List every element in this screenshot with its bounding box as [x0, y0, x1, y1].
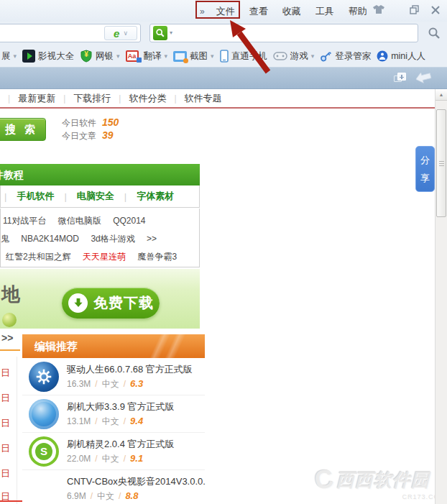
nav-download-ranking[interactable]: 下载排行: [73, 92, 111, 105]
browser-window: » 文件 查看 收藏 工具 帮助 e ∨: [0, 0, 447, 504]
chevron-down-icon[interactable]: ▾: [170, 29, 172, 36]
tab-separator: |: [124, 191, 126, 202]
software-info: 22.0M/中文/9.1: [67, 453, 143, 465]
scrollbar[interactable]: ▲: [435, 89, 447, 504]
link-item[interactable]: 红警2共和国之辉: [6, 252, 71, 262]
software-info: 16.3M/中文/6.3: [67, 378, 143, 390]
engine-e-icon: e: [114, 28, 119, 39]
tab-mobile-software[interactable]: 手机软件: [17, 190, 54, 203]
link-item-hot[interactable]: 天天星连萌: [83, 252, 126, 262]
software-item[interactable]: 驱动人生66.0.7.68 官方正式版 16.3M/中文/6.3: [22, 358, 205, 395]
annotation-arrow: [212, 14, 280, 79]
renren-icon: [377, 50, 388, 62]
nav-software-category[interactable]: 软件分类: [129, 92, 166, 105]
watermark-domain: CR173.COM: [315, 493, 446, 500]
window-controls: [372, 4, 440, 17]
link-item[interactable]: QQ2014: [113, 216, 145, 226]
key-icon: [320, 50, 332, 63]
tutorial-title: 教程: [4, 169, 24, 180]
chevron-down-icon: ▾: [116, 52, 120, 60]
driver-genius-icon: [29, 362, 59, 392]
orange-underline: [0, 349, 20, 351]
stat-value: 150: [102, 116, 119, 128]
toolbar-screenshot-button[interactable]: 截图 ▾: [173, 50, 214, 63]
link-item[interactable]: 微信电脑版: [58, 216, 101, 226]
address-field[interactable]: e ∨: [0, 24, 141, 42]
tab-pc-security[interactable]: 电脑安全: [77, 190, 114, 203]
free-download-button[interactable]: 免费下载: [62, 288, 160, 319]
toolbar-video-button[interactable]: 影视大全: [22, 50, 74, 63]
software-item[interactable]: 刷机大师3.3.9 官方正式版 13.1M/中文/9.4: [22, 395, 205, 433]
flash-master-icon: [29, 399, 59, 429]
search-go-button[interactable]: [425, 24, 443, 42]
restore-tab-icon[interactable]: [415, 70, 433, 88]
link-item[interactable]: NBA2K14MOD: [21, 234, 79, 244]
menu-item-tools[interactable]: 工具: [308, 3, 341, 20]
software-item[interactable]: S 刷机精灵2.0.4 官方正式版 22.0M/中文/9.1: [22, 433, 205, 470]
toolbar-overflow-item[interactable]: 展▾: [1, 50, 17, 63]
software-item[interactable]: CNTV-CBox央视影音2014V3.0.0. 6.9M/中文/8.8: [22, 470, 205, 504]
software-title[interactable]: CNTV-CBox央视影音2014V3.0.0.: [67, 475, 206, 488]
tab-font-material[interactable]: 字体素材: [137, 190, 174, 203]
new-tab-button[interactable]: [394, 73, 406, 83]
engine-switcher[interactable]: e ∨: [104, 26, 137, 40]
close-button[interactable]: [431, 4, 440, 17]
chevron-down-icon[interactable]: ∨: [123, 29, 128, 37]
daily-stats: 今日软件150 今日文章39: [62, 116, 119, 142]
toolbar-mini-renren-button[interactable]: mini人人: [377, 50, 425, 63]
tutorial-tabs: | 手机软件 | 电脑安全 | 字体素材: [0, 185, 200, 208]
search-box[interactable]: ▾: [149, 24, 418, 42]
nav-separator: |: [119, 93, 121, 104]
site-search-button[interactable]: 搜 索: [0, 118, 46, 141]
date-fragment: 日: [1, 467, 10, 480]
link-item[interactable]: 魔兽争霸3: [137, 252, 177, 262]
link-item[interactable]: 鬼: [1, 234, 9, 244]
date-fragment: 日: [1, 392, 10, 405]
chevron-down-icon: ▾: [311, 52, 315, 60]
search-engine-icon[interactable]: [153, 26, 167, 40]
nav-software-topics[interactable]: 软件专题: [185, 92, 222, 105]
link-item[interactable]: 11对战平台: [3, 216, 46, 226]
software-info: 6.9M/中文/8.8: [67, 490, 138, 503]
share-char: 分: [420, 154, 430, 167]
software-title[interactable]: 刷机精灵2.0.4 官方正式版: [67, 438, 175, 451]
nav-latest-updates[interactable]: 最新更新: [18, 92, 55, 105]
rating-value: 9.4: [130, 416, 143, 426]
more-link-fragment[interactable]: >>: [1, 332, 13, 344]
scroll-up-icon[interactable]: ▲: [436, 89, 447, 101]
restore-button[interactable]: [410, 4, 419, 17]
date-fragment: 日: [1, 417, 10, 430]
stat-label: 今日文章: [62, 131, 96, 141]
toolbar-login-manager-button[interactable]: 登录管家: [320, 50, 371, 63]
menu-item-help[interactable]: 帮助: [341, 3, 374, 20]
tutorial-box: 件教程 | 手机软件 | 电脑安全 | 字体素材: [0, 164, 200, 208]
chevron-down-icon: ▾: [165, 52, 168, 60]
scrollbar-thumb[interactable]: [436, 109, 446, 217]
play-icon: [22, 50, 35, 63]
share-tab[interactable]: 分 享: [415, 146, 435, 192]
chevron-down-icon: ▾: [14, 52, 17, 60]
stat-value: 39: [102, 129, 114, 141]
more-links[interactable]: >>: [147, 234, 157, 244]
editor-recommend-panel: 编辑推荐 驱动人生66.0.7.68 官方正式版 16.3M/中文/6.3 刷机…: [22, 334, 205, 504]
share-char: 享: [420, 172, 430, 185]
shield-icon: ¥: [80, 50, 93, 63]
rating-value: 8.8: [125, 490, 138, 501]
stat-label: 今日软件: [62, 118, 96, 128]
site-watermark: C 西西软件园 CR173.COM: [315, 464, 446, 500]
red-line-fragment: [0, 500, 24, 502]
software-title[interactable]: 驱动人生66.0.7.68 官方正式版: [67, 363, 193, 376]
rating-value: 9.1: [130, 453, 143, 464]
column-divider: [17, 357, 17, 504]
software-title[interactable]: 刷机大师3.3.9 官方正式版: [67, 400, 175, 413]
flash-sprite-icon: S: [29, 436, 59, 467]
url-input[interactable]: [0, 26, 100, 40]
toolbar-netbank-button[interactable]: ¥ 网银 ▾: [80, 50, 120, 63]
skin-icon[interactable]: [372, 4, 385, 17]
tab-separator: |: [4, 191, 6, 202]
web-page: | 最新更新 | 下载排行 | 软件分类 | 软件专题 搜 索 今日软件150 …: [0, 89, 447, 504]
toolbar-translate-button[interactable]: Aa 翻译 ▾: [126, 50, 168, 63]
link-item[interactable]: 3d格斗游戏: [91, 234, 134, 244]
editor-recommend-header: 编辑推荐: [22, 334, 205, 358]
clipped-text: 地: [1, 282, 20, 307]
